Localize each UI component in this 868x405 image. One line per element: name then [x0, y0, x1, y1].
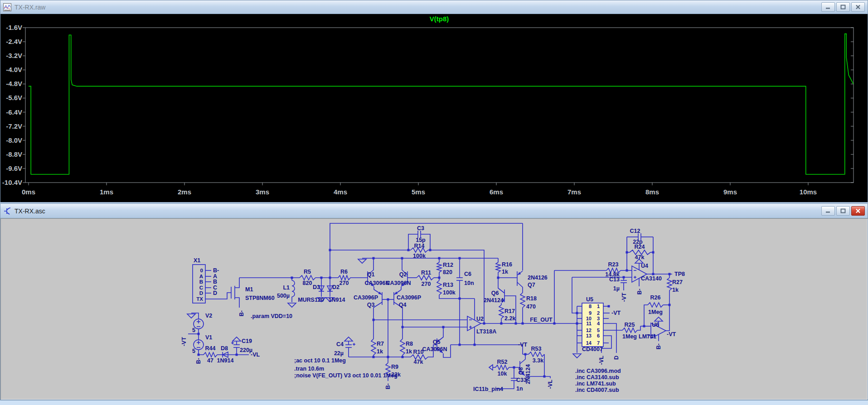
schematic-label: U6	[652, 322, 659, 328]
schematic-label: 1	[597, 304, 600, 309]
schematic-label: 10k	[498, 371, 507, 377]
x-axis-tick-label: 4ms	[334, 188, 347, 196]
schematic-label: R52	[497, 359, 508, 365]
schematic-label: 14	[586, 340, 592, 346]
schematic-titlebar[interactable]: TX-RX.asc	[0, 204, 868, 218]
schematic-label: R8	[406, 341, 413, 347]
restore-button[interactable]	[836, 2, 850, 12]
schematic-label: M1	[245, 286, 253, 293]
schematic-label: D	[213, 290, 217, 296]
schematic-label: R6	[340, 269, 348, 275]
schematic-label: U2	[476, 316, 484, 322]
schematic-label: 470	[526, 304, 536, 310]
schematic-label: R18	[526, 295, 537, 302]
schematic-label: 1Meg	[622, 333, 637, 340]
restore-button[interactable]	[836, 206, 850, 216]
waveform-titlebar[interactable]: TX-RX.raw	[0, 0, 868, 14]
schematic-label: B-	[195, 358, 202, 364]
status-strip	[0, 400, 868, 405]
schematic-label: C3	[417, 225, 424, 231]
schematic-label: 1Meg	[648, 309, 663, 315]
trace-title: V(tp8)	[430, 15, 449, 23]
schematic-label: Q5	[433, 339, 441, 345]
schematic-label: CA3140	[641, 275, 662, 282]
schematic-label: R26	[650, 294, 661, 301]
cd4007-ic-symbol	[582, 303, 603, 347]
schematic-label: IC11b_pin4	[473, 386, 503, 392]
y-axis-tick-label: -9.6V	[6, 164, 22, 172]
schematic-label: V2	[205, 313, 212, 319]
close-icon	[855, 208, 861, 213]
schematic-label: A	[199, 274, 203, 279]
schematic-label: 270	[339, 280, 349, 286]
schematic-label: C33	[516, 377, 527, 383]
schematic-label: U5	[586, 296, 593, 303]
x-axis-tick-label: 0ms	[22, 188, 35, 196]
schematic-label: -VT	[181, 337, 187, 347]
minimize-button[interactable]	[821, 206, 835, 216]
schematic-label: D8	[221, 345, 228, 352]
schematic-label: U4	[641, 263, 648, 269]
schematic-svg: X10ABCDTXB-ABCDM1STP8NM60L1500µ.param VD…	[0, 218, 868, 400]
schematic-label: -VL	[598, 356, 605, 365]
schematic-label: 820	[303, 280, 312, 286]
schematic-label: R17	[504, 308, 515, 314]
schematic-canvas[interactable]: X10ABCDTXB-ABCDM1STP8NM60L1500µ.param VD…	[0, 218, 868, 400]
schematic-label: CA3096N	[386, 280, 411, 286]
schematic-label: Q6	[491, 290, 499, 296]
x-axis-tick-label: 1ms	[100, 188, 113, 196]
ltspice-mdi-workspace: TX-RX.raw -1.6V-2.4V-3.2V-4.0V-4.8V-5.6V…	[0, 0, 868, 405]
y-axis-tick-label: -7.2V	[6, 122, 22, 130]
window-controls	[821, 206, 865, 216]
y-axis-tick-label: -10.4V	[2, 178, 22, 186]
schematic-label: -VL	[251, 352, 260, 358]
schematic-label: B-	[238, 310, 245, 316]
x-axis-tick-label: 6ms	[490, 188, 503, 196]
y-axis-tick-label: -4.8V	[6, 80, 22, 87]
x-axis-tick-label: 3ms	[256, 188, 269, 196]
schematic-label: 5	[597, 328, 600, 333]
y-axis-tick-label: -6.4V	[6, 108, 22, 116]
schematic-label: R23	[608, 261, 619, 268]
schematic-label: D	[199, 290, 203, 296]
schematic-label: .inc CA3140.sub	[575, 374, 619, 381]
schematic-label: .param VDD=10	[251, 313, 292, 319]
schematic-label: TX	[196, 296, 203, 302]
schematic-label: R53	[531, 346, 542, 352]
schematic-label: C	[199, 285, 203, 290]
schematic-label: CA3096P	[354, 294, 378, 301]
schematic-label: 47k	[414, 359, 423, 365]
schematic-label: .inc CD4007.sub	[575, 387, 619, 393]
schematic-label: B-	[636, 289, 643, 294]
waveform-plot-area[interactable]: -1.6V-2.4V-3.2V-4.0V-4.8V-5.6V-6.4V-7.2V…	[0, 14, 868, 202]
x-axis-tick-label: 7ms	[567, 188, 581, 196]
close-button[interactable]	[851, 206, 865, 216]
close-icon	[855, 5, 861, 10]
schematic-label: 100k	[443, 289, 456, 296]
schematic-label: -VT	[518, 342, 528, 348]
schematic-label: R11	[421, 270, 431, 276]
schematic-symbol-icon	[3, 207, 11, 215]
schematic-label: 1N914	[217, 357, 234, 364]
schematic-label: R16	[502, 261, 512, 268]
schematic-label: R24	[635, 244, 645, 250]
schematic-label: MURS120	[298, 297, 324, 303]
x-axis-tick-label: 9ms	[723, 188, 737, 196]
schematic-label: -VT	[611, 310, 621, 316]
schematic-label: STP8NM60	[245, 295, 275, 301]
schematic-label: 1k	[502, 269, 508, 275]
minimize-button[interactable]	[821, 2, 835, 12]
schematic-label: 22µ	[334, 350, 344, 357]
schematic-label: C4	[336, 341, 344, 347]
waveform-trace	[29, 34, 853, 174]
x-axis-tick-label: 5ms	[412, 188, 425, 196]
schematic-label: 1n	[516, 386, 523, 392]
close-button[interactable]	[851, 2, 865, 12]
window-title: TX-RX.raw	[15, 4, 818, 11]
schematic-label: 1k	[377, 348, 383, 355]
schematic-label: 2N4124	[484, 297, 504, 304]
x-axis-tick-label: 8ms	[645, 188, 659, 196]
minimize-icon	[825, 209, 831, 213]
schematic-label: -VL	[547, 380, 553, 389]
schematic-label: B-	[655, 343, 662, 349]
